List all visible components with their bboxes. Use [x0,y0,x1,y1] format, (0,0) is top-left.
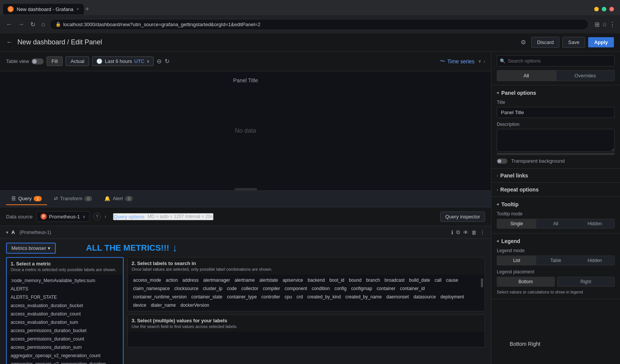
label-chip[interactable]: crd [295,293,305,300]
legend-bottom-btn[interactable]: Bottom [497,277,555,287]
bookmark-icon[interactable]: ☆ [602,21,607,28]
label-chip[interactable]: claim_namespace [132,285,171,292]
maximize-btn[interactable] [602,7,606,11]
minimize-btn[interactable] [594,7,599,11]
label-chip[interactable]: container_runtime_version [132,293,188,300]
discard-button[interactable]: Discard [531,37,559,48]
search-options-input[interactable] [497,55,615,66]
menu-icon[interactable]: ⋮ [609,21,615,28]
new-tab-button[interactable]: + [85,5,89,13]
label-chip[interactable]: datasource [412,293,437,300]
apply-button[interactable]: Apply [588,37,614,47]
description-field[interactable] [497,129,615,152]
list-item[interactable]: access_permissions_duration_bucket [7,326,123,335]
label-chip[interactable]: broadcast [383,277,406,284]
label-chip[interactable]: call [433,277,443,284]
label-chip[interactable]: apiservice [281,277,305,284]
label-chip[interactable]: controller [260,293,281,300]
tooltip-all-btn[interactable]: All [536,219,575,228]
label-chip[interactable]: dockerVersion [179,302,211,309]
label-chip[interactable]: alertmanager [202,277,232,284]
legend-right-btn[interactable]: Right [557,277,615,287]
datasource-select[interactable]: P Prometheus-1 ∨ [36,211,89,222]
label-chip[interactable]: bound [347,277,363,284]
label-chip[interactable]: clocksource [173,285,200,292]
legend-header[interactable]: ▾ Legend [497,238,615,244]
actual-button[interactable]: Actual [66,56,89,66]
label-chip[interactable]: backend [306,277,326,284]
label-chip[interactable]: access_mode [132,277,163,284]
panel-options-header[interactable]: ▾ Panel options [497,90,615,96]
query-tab[interactable]: ☰ Query 1 [6,193,47,205]
fill-button[interactable]: Fill [47,56,63,66]
time-range-button[interactable]: 🕐 Last 6 hours UTC ∨ [92,56,153,66]
query-inspector-button[interactable]: Query inspector [440,212,485,222]
label-chip[interactable]: dialer_name [149,302,177,309]
query-options-button[interactable]: Query options MD = auto = 1207 Interval … [113,213,213,220]
title-field[interactable] [497,107,615,118]
list-item[interactable]: ALERTS [7,285,123,293]
browser-tab[interactable]: G New dashboard - Grafana × [3,4,84,14]
repeat-options-header[interactable]: › Repeat options [497,187,615,193]
label-chip[interactable]: created_by_kind [306,293,342,300]
query-collapse-button[interactable]: ▾ [6,230,8,235]
transparent-toggle[interactable] [497,158,507,164]
label-chip[interactable]: cpu [283,293,294,300]
list-item[interactable]: aggregator_openapi_v2_regeneration_count [7,351,123,360]
legend-table-btn[interactable]: Table [536,256,575,265]
label-chip[interactable]: deployment [439,293,466,300]
metrics-browser-button[interactable]: Metrics browser ▾ [6,243,56,254]
label-chip[interactable]: device [132,302,148,309]
forward-nav-btn[interactable]: → [17,19,26,29]
label-chip[interactable]: build_date [408,277,432,284]
label-chip[interactable]: collector [240,285,260,292]
list-item[interactable]: access_permissions_duration_sum [7,343,123,351]
zoom-out-button[interactable]: ⊖ [157,58,162,65]
refresh-button[interactable]: ↻ [165,58,170,65]
list-item[interactable]: ALERTS_FOR_STATE [7,293,123,301]
panel-resize-handle[interactable] [234,188,257,190]
label-chip[interactable]: action [164,277,179,284]
settings-button[interactable]: ⚙ [518,36,528,48]
list-item[interactable]: aggregator_openapi_v2_regeneration_durat… [7,360,123,364]
list-item[interactable]: access_evaluation_duration_bucket [7,301,123,310]
label-chip[interactable]: created_by_name [344,293,383,300]
label-chip[interactable]: code [225,285,238,292]
label-chip[interactable]: boot_id [328,277,346,284]
query-duplicate-button[interactable]: ⧉ [456,229,460,235]
save-button[interactable]: Save [562,37,585,48]
label-chip[interactable]: config [333,285,348,292]
label-chip[interactable]: container [375,285,397,292]
label-chip[interactable]: component [283,285,309,292]
legend-hidden-btn[interactable]: Hidden [575,256,614,265]
label-chip[interactable]: container_id [399,285,426,292]
label-chip[interactable]: address [181,277,200,284]
label-chip[interactable]: container_type [225,293,258,300]
url-bar[interactable]: 🔒 localhost:3000/dashboard/new?utm_sourc… [50,19,589,30]
query-delete-button[interactable]: 🗑 [471,229,477,235]
metrics-list[interactable]: :node_memory_MemAvailable_bytes:sum ALER… [7,275,123,364]
tooltip-single-btn[interactable]: Single [497,219,536,228]
back-nav-btn[interactable]: ← [5,19,14,29]
label-chip[interactable]: configmap [350,285,374,292]
labels-scrollbar[interactable] [481,278,483,287]
query-info-button[interactable]: ℹ [451,229,453,235]
label-chip[interactable]: daemonset [385,293,410,300]
viz-type-selector[interactable]: 〜 Time series ∨ › [440,58,485,65]
label-chip[interactable]: branch [364,277,381,284]
label-chip[interactable]: condition [310,285,331,292]
table-view-switch[interactable] [31,58,44,64]
query-more-button[interactable]: ⋮ [480,229,485,235]
close-btn[interactable] [609,7,614,11]
list-item[interactable]: access_evaluation_duration_count [7,310,123,318]
overrides-tab[interactable]: Overrides [556,70,615,81]
extensions-icon[interactable]: ⊞ [595,21,600,28]
label-chip[interactable]: compiler [261,285,281,292]
query-hide-button[interactable]: 👁 [463,229,468,235]
textarea-resize-handle[interactable] [497,153,615,155]
label-chip[interactable]: container_state [190,293,224,300]
tooltip-hidden-btn[interactable]: Hidden [575,219,614,228]
list-item[interactable]: :node_memory_MemAvailable_bytes:sum [7,276,123,285]
tab-close-btn[interactable]: × [77,6,79,12]
list-item[interactable]: access_evaluation_duration_sum [7,318,123,326]
